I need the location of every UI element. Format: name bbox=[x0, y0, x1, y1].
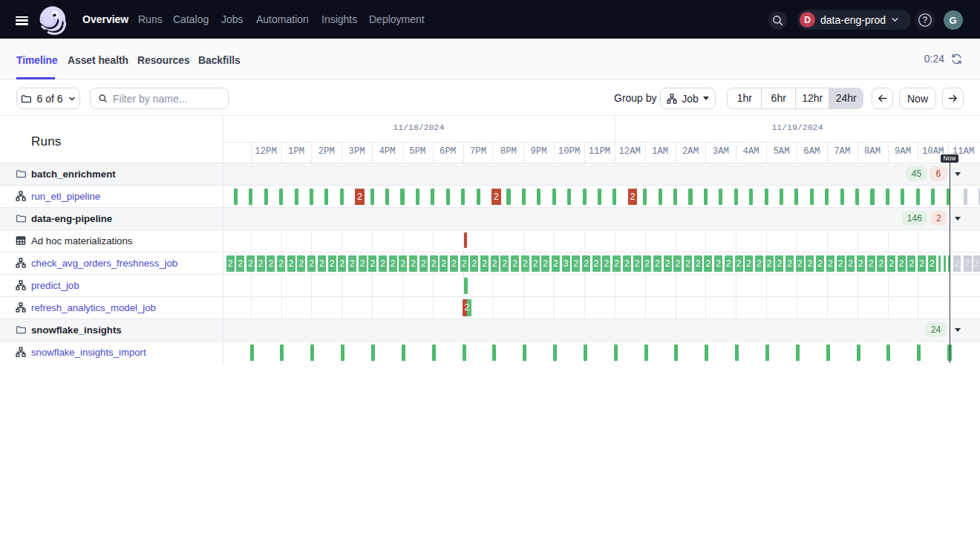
svg-text:?: ? bbox=[922, 15, 927, 25]
